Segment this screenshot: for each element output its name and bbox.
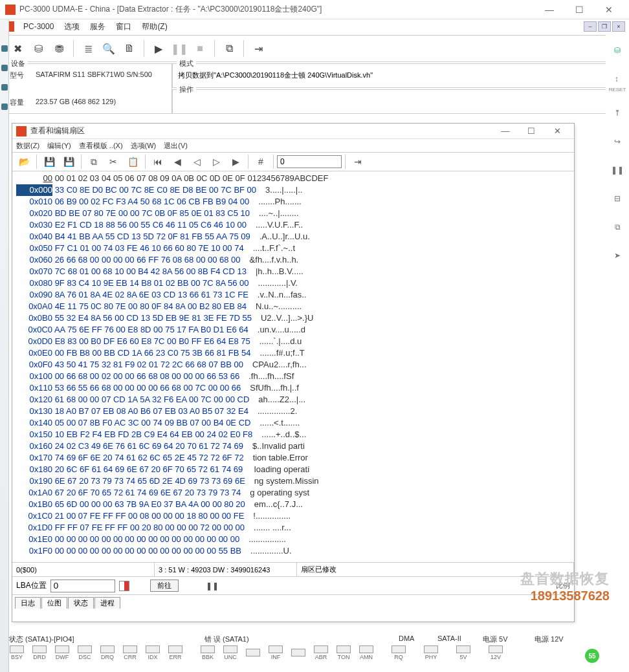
hex-row[interactable]: 0x0C0 AA 75 6E FF 76 00 E8 8D 00 75 17 F… [16,324,570,336]
menu-options[interactable]: 选项 [60,20,83,34]
hex-menu-template[interactable]: 查看模版 ..(X) [79,141,123,151]
hex-row[interactable]: 0x0F0 43 50 41 75 32 81 F9 02 01 72 2C 6… [16,359,570,371]
exit-icon[interactable]: ⇥ [249,39,267,58]
open-icon[interactable]: 📂 [15,154,33,169]
hex-min-button[interactable]: — [492,126,518,136]
hex-header-off: 00 [16,173,52,184]
document-icon[interactable]: 🗎 [120,39,138,58]
align-icon[interactable]: ≣ [79,39,97,58]
first-icon[interactable]: ⏮ [149,154,167,169]
hex-row[interactable]: 0x030 E2 F1 CD 18 88 56 00 55 C6 46 11 0… [16,219,570,231]
hex-row[interactable]: 0x170 74 69 6F 6E 20 74 61 62 6C 65 2E 4… [16,452,570,464]
hex-row[interactable]: 0x0B0 55 32 E4 8A 56 00 CD 13 5D EB 9E 8… [16,312,570,324]
prev-icon[interactable]: ◀ [168,154,186,169]
hex-menu-data[interactable]: 数据(Z) [16,141,39,151]
hex-row[interactable]: 0x080 9F 83 C4 10 9E EB 14 B8 01 02 BB 0… [16,277,570,289]
reset-icon[interactable]: ↕ [609,71,624,87]
hex-row[interactable]: 0x130 18 A0 B7 07 EB 08 A0 B6 07 EB 03 A… [16,406,570,417]
grid-icon[interactable]: # [252,154,270,169]
exit2-icon[interactable]: ⇥ [349,154,367,169]
hex-row[interactable]: 0x190 6E 67 20 73 79 73 74 65 6D 2E 4D 6… [16,475,570,487]
disk2-icon[interactable]: ⛃ [50,39,68,58]
mdi-restore-button[interactable]: ❐ [598,21,611,32]
next-icon[interactable]: ▷ [207,154,225,169]
hex-row[interactable]: 0x150 10 EB F2 F4 EB FD 2B C9 E4 64 EB 0… [16,429,570,440]
marker-icon[interactable] [119,581,129,591]
lba-input[interactable] [50,580,115,592]
close-button[interactable]: ✕ [594,0,624,19]
hex-row[interactable]: 0x160 24 02 C3 49 6E 76 61 6C 69 64 20 7… [16,440,570,452]
menu-window[interactable]: 窗口 [112,20,135,34]
pause3-icon[interactable]: ❚❚ [206,581,219,591]
minimize-button[interactable]: — [535,0,564,19]
hex-row[interactable]: 0x120 61 68 00 00 07 CD 1A 5A 32 F6 EA 0… [16,394,570,406]
hex-row[interactable]: 0x110 53 66 55 66 68 00 00 00 00 66 68 0… [16,382,570,394]
goto-button[interactable]: 前往 [150,580,179,592]
port-icon[interactable]: ➤ [610,248,625,263]
copy2-icon[interactable]: ⧉ [610,219,625,235]
branch-icon[interactable]: ↪ [610,134,625,149]
stop-icon[interactable]: ■ [191,39,209,58]
copy3-icon[interactable]: ⧉ [85,154,103,169]
tab-log[interactable]: 日志 [15,597,41,609]
hex-close-button[interactable]: ✕ [544,126,570,136]
menu-help[interactable]: 帮助(Z) [138,20,171,34]
save2-icon[interactable]: 💾 [60,154,78,169]
dock-item[interactable] [1,65,8,71]
hex-row[interactable]: 0x0A0 4E 11 75 0C 80 7E 00 80 0F 84 8A 0… [16,301,570,312]
hex-row[interactable]: 0x1D0 FF FF 07 FE FF FF 00 20 80 00 00 0… [16,522,570,534]
hex-row[interactable]: 0x140 05 00 07 8B F0 AC 3C 00 74 09 BB 0… [16,417,570,429]
hex-row[interactable]: 0x070 7C 68 01 00 68 10 00 B4 42 8A 56 0… [16,266,570,277]
hex-row[interactable]: 0x050 F7 C1 01 00 74 03 FE 46 10 66 60 8… [16,243,570,254]
cut-icon[interactable]: ✂ [104,154,122,169]
window-title: PC-3000 UDMA-E - China - [Data Extractor… [19,4,535,15]
hex-row[interactable]: 0x1F0 00 00 00 00 00 00 00 00 00 00 00 0… [16,545,570,557]
dock-item[interactable] [1,45,8,52]
next2-icon[interactable]: ▶ [226,154,245,169]
tab-state[interactable]: 状态 [68,597,94,609]
slider-icon[interactable]: ⊟ [610,191,625,206]
hex-menu-exit[interactable]: 退出(V) [164,141,188,151]
hex-row[interactable]: 0x1E0 00 00 00 00 00 00 00 00 00 00 00 0… [16,534,570,545]
menu-app[interactable]: PC-3000 [19,21,58,32]
hex-row[interactable]: 0x090 8A 76 01 8A 4E 02 8A 6E 03 CD 13 6… [16,289,570,301]
hex-row[interactable]: 0x000 33 C0 8E D0 BC 00 7C 8E C0 8E D8 B… [16,184,570,196]
hex-row[interactable]: 0x180 20 6C 6F 61 64 69 6E 67 20 6F 70 6… [16,464,570,475]
hex-row[interactable]: 0x1C0 21 00 07 FE FF FF 00 08 00 00 00 1… [16,510,570,522]
hex-row[interactable]: 0x1A0 67 20 6F 70 65 72 61 74 69 6E 67 2… [16,487,570,499]
status-values: 3 : 51 W : 49203 DW : 3499016243 [155,563,297,576]
mdi-close-button[interactable]: × [612,21,625,32]
hex-menu-options[interactable]: 选项(W) [131,141,157,151]
hex-row[interactable]: 0x0D0 E8 83 00 B0 DF E6 60 E8 7C 00 B0 F… [16,336,570,347]
paste-icon[interactable]: 📋 [124,154,142,169]
hex-row[interactable]: 0x100 00 66 68 00 02 00 00 66 68 08 00 0… [16,371,570,382]
hex-row[interactable]: 0x1B0 65 6D 00 00 00 63 7B 9A E0 37 BA 4… [16,499,570,510]
play-icon[interactable]: ▶ [149,39,168,58]
pause-icon[interactable]: ❚❚ [170,39,188,58]
arrow-icon[interactable]: ⤒ [610,105,625,121]
prev2-icon[interactable]: ◁ [188,154,206,169]
tools-icon[interactable]: ✖ [8,39,27,58]
sector-input[interactable] [277,155,342,168]
save-icon[interactable]: 💾 [40,154,58,169]
maximize-button[interactable]: ☐ [564,0,594,19]
dock-item[interactable] [1,103,8,110]
hex-row[interactable]: 0x040 B4 41 BB AA 55 CD 13 5D 72 0F 81 F… [16,231,570,243]
tab-bitmap[interactable]: 位图 [41,597,67,609]
dock-item[interactable] [1,84,8,91]
binoculars-icon[interactable]: 🔍 [100,39,118,58]
hex-menu-edit[interactable]: 编辑(Y) [47,141,71,151]
disk1-icon[interactable]: ⛁ [29,39,47,58]
db-icon[interactable]: ⛁ [610,43,625,58]
hex-row[interactable]: 0x0E0 00 FB B8 00 BB CD 1A 66 23 C0 75 3… [16,347,570,359]
menu-service[interactable]: 服务 [86,20,109,34]
pause2-icon[interactable]: ❚❚ [610,162,625,178]
hex-row[interactable]: 0x020 BD BE 07 80 7E 00 00 7C 0B 0F 85 0… [16,208,570,219]
tab-process[interactable]: 进程 [94,597,120,609]
copy-icon[interactable]: ⧉ [220,39,238,58]
hex-row[interactable]: 0x060 26 66 68 00 00 00 00 66 FF 76 08 6… [16,254,570,266]
hex-row[interactable]: 0x010 06 B9 00 02 FC F3 A4 50 68 1C 06 C… [16,196,570,208]
hex-max-button[interactable]: ☐ [518,126,544,136]
mdi-min-button[interactable]: – [584,21,597,32]
hex-view[interactable]: 00 00 01 02 03 04 05 06 07 08 09 0A 0B 0… [12,171,574,562]
